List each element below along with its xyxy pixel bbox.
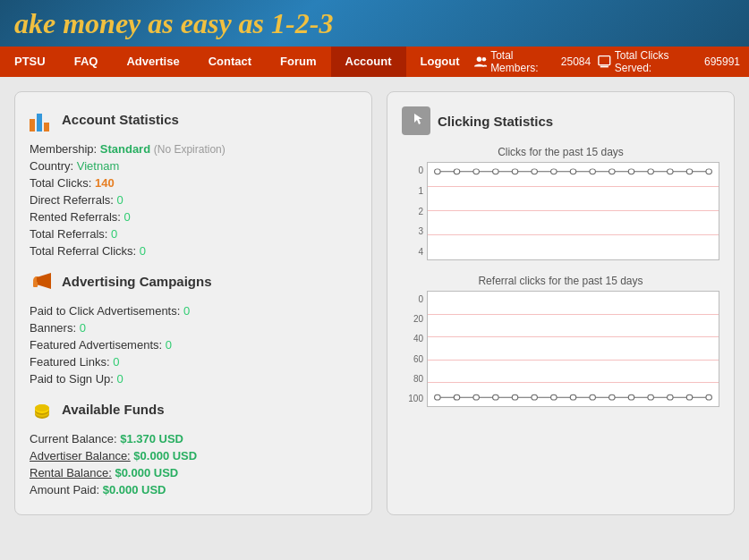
advertiser-balance-row: Advertiser Balance: $0.000 USD bbox=[30, 449, 357, 462]
svg-point-38 bbox=[648, 395, 654, 400]
featured-links-row: Featured Links: 0 bbox=[30, 355, 357, 369]
navbar: PTSU FAQ Advertise Contact Forum Account… bbox=[0, 47, 749, 77]
svg-point-26 bbox=[706, 169, 712, 174]
membership-row: Membership: Standard (No Expiration) bbox=[30, 142, 357, 156]
svg-point-14 bbox=[473, 169, 480, 174]
svg-point-25 bbox=[686, 169, 693, 174]
country-value: Vietnam bbox=[77, 159, 119, 173]
nav-ptsu[interactable]: PTSU bbox=[0, 47, 60, 77]
rented-referrals-row: Rented Referrals: 0 bbox=[30, 210, 357, 224]
svg-point-28 bbox=[454, 395, 460, 400]
nav-contact[interactable]: Contact bbox=[194, 47, 266, 77]
paid-signup-value: 0 bbox=[117, 372, 123, 386]
total-clicks-value: 140 bbox=[95, 176, 115, 190]
coins-icon bbox=[30, 396, 55, 421]
svg-point-37 bbox=[628, 395, 634, 400]
featured-ads-label: Featured Advertisements: bbox=[30, 338, 162, 352]
banners-value: 0 bbox=[80, 321, 86, 335]
nav-forum[interactable]: Forum bbox=[266, 47, 330, 77]
amount-paid-value: $0.000 USD bbox=[103, 483, 166, 496]
y-label-2: 2 bbox=[402, 207, 423, 216]
svg-point-34 bbox=[570, 395, 576, 400]
svg-point-29 bbox=[473, 395, 480, 400]
rental-balance-label[interactable]: Rental Balance: bbox=[30, 466, 112, 479]
rented-referrals-value: 0 bbox=[124, 210, 131, 224]
nav-faq[interactable]: FAQ bbox=[60, 47, 113, 77]
paid-signup-row: Paid to Sign Up: 0 bbox=[30, 372, 357, 386]
megaphone-icon bbox=[30, 268, 55, 293]
svg-point-11 bbox=[35, 404, 49, 412]
account-statistics-header: Account Statistics bbox=[30, 106, 357, 132]
current-balance-value: $1.370 USD bbox=[120, 432, 183, 445]
chart2-title: Referral clicks for the past 15 days bbox=[402, 275, 719, 287]
svg-point-30 bbox=[493, 395, 499, 400]
paid-signup-label: Paid to Sign Up: bbox=[30, 372, 114, 386]
chart2-svg bbox=[428, 292, 719, 406]
ptc-label: Paid to Click Advertisements: bbox=[30, 304, 180, 318]
featured-ads-row: Featured Advertisements: 0 bbox=[30, 338, 357, 352]
chart2-container: Referral clicks for the past 15 days 100… bbox=[402, 275, 719, 407]
chart1-svg bbox=[428, 163, 719, 259]
rented-referrals-label: Rented Referrals: bbox=[30, 210, 121, 224]
direct-referrals-row: Direct Referrals: 0 bbox=[30, 193, 357, 207]
chart2-body bbox=[427, 291, 719, 407]
total-referral-clicks-value: 0 bbox=[140, 244, 146, 258]
ptc-row: Paid to Click Advertisements: 0 bbox=[30, 304, 357, 318]
banners-label: Banners: bbox=[30, 321, 76, 335]
chart1-wrapper: 4 3 2 1 0 bbox=[402, 162, 719, 260]
svg-point-0 bbox=[476, 57, 481, 62]
clicking-statistics-title: Clicking Statistics bbox=[438, 114, 553, 129]
y2-label-40: 40 bbox=[402, 334, 423, 344]
svg-point-1 bbox=[481, 57, 486, 62]
clicks-stat: Total Clicks Served: 695991 bbox=[598, 49, 740, 74]
members-label: Total Members: bbox=[490, 49, 557, 74]
clicks-served-value: 695991 bbox=[704, 55, 740, 68]
y-label-3: 3 bbox=[402, 226, 423, 236]
svg-point-17 bbox=[532, 169, 538, 174]
membership-label: Membership: bbox=[30, 142, 97, 156]
y2-label-100: 100 bbox=[402, 394, 423, 403]
svg-point-20 bbox=[590, 169, 596, 174]
svg-point-39 bbox=[668, 395, 674, 400]
y-label-0: 0 bbox=[402, 165, 423, 175]
svg-marker-5 bbox=[37, 273, 51, 289]
no-expiration: (No Expiration) bbox=[154, 143, 226, 156]
country-row: Country: Vietnam bbox=[30, 159, 357, 173]
svg-point-18 bbox=[551, 169, 557, 174]
direct-referrals-value: 0 bbox=[117, 193, 123, 207]
total-referrals-label: Total Referrals: bbox=[30, 227, 107, 241]
total-referral-clicks-row: Total Referral Clicks: 0 bbox=[30, 244, 357, 258]
advertiser-balance-label[interactable]: Advertiser Balance: bbox=[30, 449, 131, 462]
svg-point-40 bbox=[686, 395, 693, 400]
svg-point-13 bbox=[454, 169, 460, 174]
bar-chart-icon bbox=[30, 106, 55, 132]
total-clicks-label: Total Clicks: bbox=[30, 176, 91, 190]
svg-point-19 bbox=[570, 169, 576, 174]
nav-account[interactable]: Account bbox=[331, 47, 406, 77]
current-balance-label: Current Balance: bbox=[30, 432, 117, 445]
svg-point-33 bbox=[551, 395, 557, 400]
svg-point-15 bbox=[493, 169, 499, 174]
svg-point-27 bbox=[435, 395, 441, 400]
clicks-served-label: Total Clicks Served: bbox=[615, 49, 701, 74]
country-label: Country: bbox=[30, 159, 73, 173]
advertiser-balance-value: $0.000 USD bbox=[133, 449, 197, 462]
advertising-campaigns-header: Advertising Campaigns bbox=[30, 268, 357, 293]
membership-value: Standard bbox=[100, 142, 150, 156]
y2-label-20: 20 bbox=[402, 314, 423, 324]
left-panel: Account Statistics Membership: Standard … bbox=[14, 91, 372, 515]
chart2-y-axis: 100 80 60 40 20 0 bbox=[402, 291, 427, 407]
available-funds-title: Available Funds bbox=[62, 402, 164, 417]
svg-point-24 bbox=[668, 169, 674, 174]
svg-point-23 bbox=[648, 169, 654, 174]
nav-logout[interactable]: Logout bbox=[406, 47, 474, 77]
nav-advertise[interactable]: Advertise bbox=[112, 47, 193, 77]
chart1-title: Clicks for the past 15 days bbox=[402, 146, 719, 158]
featured-links-label: Featured Links: bbox=[30, 355, 110, 369]
advertising-campaigns-title: Advertising Campaigns bbox=[62, 274, 212, 289]
main-content: Account Statistics Membership: Standard … bbox=[0, 77, 749, 530]
y2-label-80: 80 bbox=[402, 374, 423, 384]
amount-paid-row: Amount Paid: $0.000 USD bbox=[30, 483, 357, 496]
svg-rect-6 bbox=[33, 282, 38, 287]
banner-title: ake money as easy as 1-2-3 bbox=[14, 7, 333, 40]
